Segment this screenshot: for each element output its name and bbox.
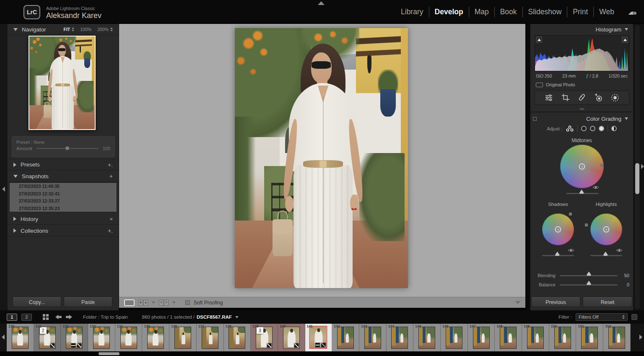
healing-tool-icon[interactable] [577, 93, 587, 102]
add-snapshot-button[interactable]: + [109, 173, 113, 179]
panel-scrollbar-thumb[interactable] [635, 163, 639, 194]
photo-thumbnail[interactable] [283, 327, 300, 349]
filmstrip-scroll-right-arrow[interactable] [639, 335, 642, 340]
photo-thumbnail[interactable] [446, 327, 462, 349]
photo-thumbnail[interactable] [309, 326, 327, 349]
filmstrip-cell[interactable]: 132 [61, 324, 88, 351]
filmstrip-cell[interactable]: 146 [441, 324, 468, 351]
photo-thumbnail[interactable]: 3 [256, 327, 273, 349]
navigator-preview[interactable] [29, 36, 96, 130]
selection-status[interactable]: 860 photos / 1 selected / DSCF8567.RAF [142, 314, 239, 320]
go-back-arrow[interactable] [55, 315, 62, 320]
photo-thumbnail[interactable]: 2 [39, 327, 56, 349]
filmstrip-cell[interactable]: 152 [603, 324, 631, 351]
filmstrip-scrollbar[interactable] [0, 351, 644, 356]
module-picker-item[interactable]: Map [469, 7, 494, 17]
grid-view-icon[interactable] [43, 314, 45, 317]
second-window-button[interactable]: 2 [21, 314, 32, 321]
collapse-top-panel-arrow[interactable] [318, 1, 325, 5]
filmstrip-cell[interactable]: 135 [142, 324, 169, 351]
wheel-mini-square[interactable] [569, 213, 572, 216]
photo-thumbnail[interactable] [500, 327, 517, 349]
collections-section-header[interactable]: Collections +. [8, 225, 119, 236]
photo-thumbnail[interactable] [202, 327, 218, 349]
highlights-wheel-icon[interactable] [599, 126, 604, 131]
clear-history-button[interactable]: × [109, 216, 113, 222]
snapshot-item[interactable]: 27/02/2023 12:33:27 [10, 197, 117, 205]
panel-resize-handle[interactable] [579, 108, 584, 110]
go-forward-arrow[interactable] [66, 315, 72, 320]
zoom-200[interactable]: 200% [97, 27, 109, 32]
survey-view-icon[interactable]: YY [159, 300, 169, 306]
basic-adjustments-icon[interactable] [544, 93, 553, 102]
reset-button[interactable]: Reset [583, 297, 632, 307]
filmstrip-cell[interactable]: 139 3 [251, 324, 278, 351]
soft-proofing-checkbox[interactable] [185, 300, 190, 305]
collapse-left-panel-arrow[interactable] [2, 187, 5, 192]
previous-button[interactable]: Previous [531, 297, 580, 307]
amount-slider-thumb[interactable] [65, 146, 69, 150]
filmstrip-cell[interactable]: 136 [169, 324, 197, 351]
filmstrip-cell[interactable]: 148 [495, 324, 522, 351]
filmstrip-scroll-left-arrow[interactable] [2, 335, 5, 340]
module-picker-item[interactable]: Web [593, 7, 620, 17]
panel-scrollbar[interactable] [635, 25, 640, 309]
filmstrip-cell[interactable]: 134 [115, 324, 143, 351]
photo-thumbnail[interactable] [66, 327, 83, 349]
wheel-center-marker[interactable] [603, 226, 610, 233]
compare-view-icon[interactable]: RA [138, 300, 148, 306]
zoom-stepper-icon[interactable] [72, 27, 74, 31]
balance-slider[interactable] [560, 284, 618, 286]
highlight-clipping-button[interactable] [622, 36, 628, 43]
photo-thumbnail[interactable] [554, 327, 571, 349]
slider-thumb[interactable] [587, 281, 591, 285]
wheel-center-marker[interactable] [579, 164, 585, 170]
loupe-view-icon[interactable] [124, 299, 135, 306]
main-window-button[interactable]: 1 [7, 314, 17, 321]
photo-thumbnail[interactable] [473, 327, 490, 349]
zoom-stepper-icon[interactable] [110, 27, 113, 31]
highlights-luminance-slider[interactable] [590, 255, 622, 256]
histogram-display[interactable] [535, 35, 629, 71]
three-way-wheels-icon[interactable] [566, 125, 574, 132]
zoom-100[interactable]: 100% [80, 27, 91, 32]
midtones-color-wheel[interactable] [560, 145, 604, 188]
filmstrip-cell[interactable]: 144 [387, 324, 414, 351]
filename-dropdown-icon[interactable] [235, 316, 239, 318]
filmstrip-cell[interactable]: 147 [468, 324, 495, 351]
filmstrip-cell[interactable]: 130 [7, 324, 34, 351]
filmstrip-cell[interactable]: 138 [224, 324, 251, 351]
masking-tool-icon[interactable] [610, 93, 620, 102]
histogram-header[interactable]: Histogram [530, 24, 633, 35]
slider-thumb[interactable] [603, 252, 608, 256]
snapshots-section-header[interactable]: Snapshots + [8, 171, 119, 182]
photo-thumbnail[interactable] [527, 327, 544, 349]
filmstrip-cell[interactable]: 141 [305, 324, 332, 351]
add-collection-button[interactable]: +. [108, 227, 113, 234]
shadows-visibility-eye-icon[interactable] [568, 248, 574, 253]
slider-thumb[interactable] [587, 272, 591, 276]
photo-thumbnail[interactable] [229, 327, 245, 349]
global-wheel-icon[interactable] [611, 126, 617, 131]
shadow-clipping-button[interactable] [536, 36, 542, 43]
red-eye-tool-icon[interactable] [594, 93, 603, 102]
blending-slider[interactable] [560, 275, 618, 276]
filmstrip-scrollbar-thumb[interactable] [99, 352, 119, 355]
photo-thumbnail[interactable] [608, 327, 625, 349]
filter-dropdown[interactable]: Filters Off [576, 313, 628, 321]
cloud-sync-icon[interactable]: ☁ [628, 7, 636, 17]
module-picker-item[interactable]: Book [494, 7, 522, 17]
navigator-header[interactable]: Navigator FIT 100% 200% [8, 24, 119, 35]
filmstrip-cell[interactable]: 142 [332, 324, 359, 351]
photo-thumbnail[interactable] [174, 327, 191, 349]
photo-thumbnail[interactable] [120, 327, 137, 349]
highlights-visibility-eye-icon[interactable] [616, 248, 623, 253]
photo-thumbnail[interactable] [12, 327, 29, 349]
module-picker-item[interactable]: Library [395, 7, 429, 17]
shadows-luminance-slider[interactable] [542, 255, 574, 256]
folder-breadcrumb[interactable]: Folder : Trip to Spain [83, 314, 128, 320]
copy-button[interactable]: Copy... [13, 297, 61, 307]
panel-toggle-icon[interactable] [533, 117, 537, 121]
filmstrip-cell[interactable]: 143 [359, 324, 387, 351]
crop-tool-icon[interactable] [561, 93, 570, 102]
